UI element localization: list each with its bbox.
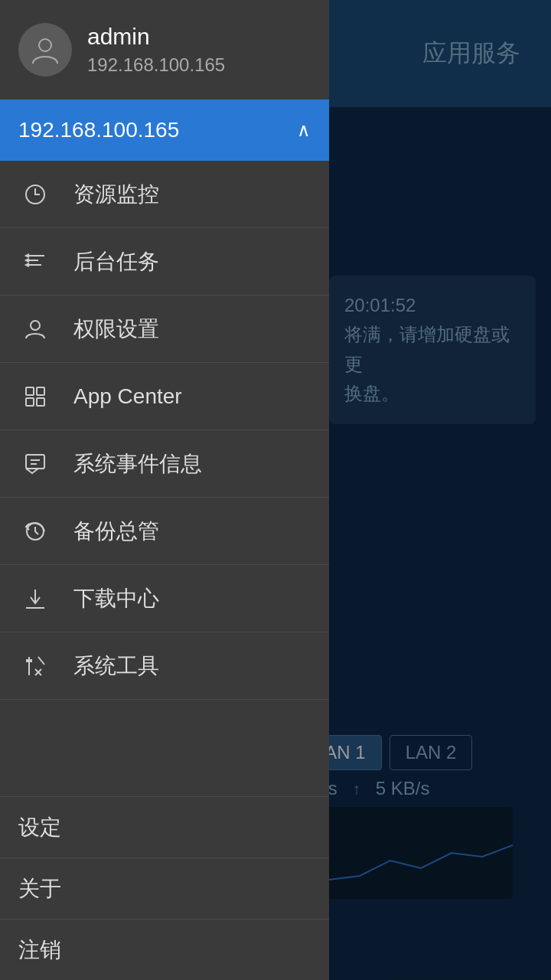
server-ip-label: 192.168.100.165 bbox=[18, 118, 179, 142]
user-name: admin bbox=[87, 24, 225, 50]
app-center-label: App Center bbox=[73, 384, 182, 409]
logout-label: 注销 bbox=[18, 936, 61, 965]
message-icon bbox=[18, 447, 52, 481]
svg-line-19 bbox=[38, 657, 44, 665]
tasks-icon bbox=[18, 245, 52, 279]
sidebar-item-settings[interactable]: 设定 bbox=[0, 796, 329, 858]
sidebar-item-download-center[interactable]: 下载中心 bbox=[0, 565, 329, 632]
svg-rect-10 bbox=[26, 455, 44, 469]
svg-point-0 bbox=[39, 39, 51, 51]
system-tools-label: 系统工具 bbox=[73, 652, 159, 681]
sidebar-item-app-center[interactable]: App Center bbox=[0, 363, 329, 430]
backup-icon bbox=[18, 514, 52, 548]
sidebar-item-background-tasks[interactable]: 后台任务 bbox=[0, 228, 329, 296]
user-icon bbox=[18, 312, 52, 346]
clock-icon bbox=[18, 178, 52, 211]
background-tasks-label: 后台任务 bbox=[73, 247, 159, 276]
svg-point-5 bbox=[31, 321, 40, 330]
svg-rect-7 bbox=[37, 387, 44, 395]
avatar bbox=[18, 23, 72, 77]
sidebar-item-backup-manager[interactable]: 备份总管 bbox=[0, 498, 329, 565]
svg-rect-6 bbox=[26, 387, 34, 395]
user-info: admin 192.168.100.165 bbox=[87, 24, 225, 76]
drawer: admin 192.168.100.165 192.168.100.165 ∧ … bbox=[0, 0, 329, 980]
download-center-label: 下载中心 bbox=[73, 584, 159, 613]
sidebar-item-system-tools[interactable]: 系统工具 bbox=[0, 632, 329, 700]
backup-manager-label: 备份总管 bbox=[73, 517, 159, 546]
sidebar-item-resource-monitor[interactable]: 资源监控 bbox=[0, 161, 329, 228]
sidebar-item-logout[interactable]: 注销 bbox=[0, 919, 329, 980]
user-ip: 192.168.100.165 bbox=[87, 54, 225, 76]
svg-rect-9 bbox=[37, 398, 44, 406]
sidebar-item-about[interactable]: 关于 bbox=[0, 858, 329, 919]
resource-monitor-label: 资源监控 bbox=[73, 180, 159, 209]
sidebar-item-system-events[interactable]: 系统事件信息 bbox=[0, 430, 329, 498]
system-events-label: 系统事件信息 bbox=[73, 449, 202, 479]
tools-icon bbox=[18, 649, 52, 683]
menu-list: 资源监控 后台任务 权限设置 bbox=[0, 161, 329, 796]
download-icon bbox=[18, 582, 52, 616]
user-header: admin 192.168.100.165 bbox=[0, 0, 329, 100]
server-selector[interactable]: 192.168.100.165 ∧ bbox=[0, 100, 329, 161]
chevron-up-icon: ∧ bbox=[297, 119, 311, 141]
svg-rect-8 bbox=[26, 398, 34, 406]
sidebar-item-permissions[interactable]: 权限设置 bbox=[0, 296, 329, 363]
grid-icon bbox=[18, 380, 52, 413]
permissions-label: 权限设置 bbox=[73, 315, 159, 344]
bottom-items: 设定 关于 注销 bbox=[0, 796, 329, 980]
settings-label: 设定 bbox=[18, 813, 61, 842]
about-label: 关于 bbox=[18, 874, 61, 903]
